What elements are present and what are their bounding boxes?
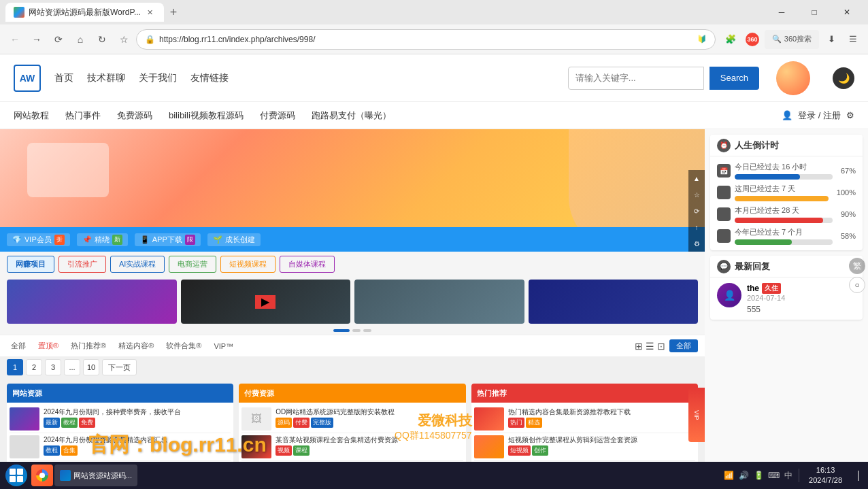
show-desktop-btn[interactable]: | bbox=[852, 465, 865, 486]
float-btn-1[interactable]: ▲ bbox=[688, 170, 705, 186]
cat-yinliu[interactable]: 引流推广 bbox=[59, 256, 106, 273]
filter-btn[interactable]: 全部 bbox=[669, 339, 698, 352]
address-bar[interactable]: 🔒 https://blog.rr11.cn/index.php/archive… bbox=[136, 29, 716, 50]
search-input[interactable] bbox=[568, 67, 704, 90]
float-btn-5[interactable]: ⚙ bbox=[688, 235, 705, 252]
minimize-button[interactable]: ─ bbox=[766, 3, 797, 22]
browser-toolbar: ← → ⟳ ⌂ ↻ ☆ 🔒 https://blog.rr11.cn/index… bbox=[0, 24, 868, 54]
tab-close-button[interactable]: ✕ bbox=[145, 7, 156, 18]
quick-app[interactable]: 📱 APP下载 限 bbox=[135, 233, 201, 246]
search-button[interactable]: Search bbox=[710, 67, 759, 90]
filter-all[interactable]: 全部 bbox=[7, 339, 30, 352]
post-item-3-2[interactable]: 短视频创作完整课程从剪辑到运营全套资源 短视频 创作 bbox=[474, 433, 695, 461]
dot-1[interactable] bbox=[333, 329, 350, 332]
taskbar-chrome-icon[interactable] bbox=[31, 465, 53, 486]
post-tags-3-1: 热门 精选 bbox=[508, 418, 631, 428]
thumb-4[interactable] bbox=[529, 280, 699, 324]
ime-icon[interactable]: 中 bbox=[782, 469, 795, 482]
traditional-char-btn[interactable]: 繁 bbox=[849, 258, 865, 274]
dark-mode-toggle[interactable]: 🌙 bbox=[833, 67, 854, 89]
network-icon[interactable]: 📶 bbox=[722, 469, 735, 482]
back-button[interactable]: ← bbox=[5, 30, 24, 49]
float-btn-2[interactable]: ☆ bbox=[688, 186, 705, 203]
page-10[interactable]: 10 bbox=[83, 359, 99, 375]
360-search-icon[interactable]: 360 bbox=[743, 30, 762, 49]
cat-dianshang[interactable]: 电商运营 bbox=[169, 256, 216, 273]
dot-3[interactable] bbox=[363, 329, 371, 332]
post-item-2-1[interactable]: 🖼 OD网站精选系统源码完整版附安装教程 源码 付费 完整版 bbox=[241, 405, 463, 433]
active-tab[interactable]: 网站资源站源码最新版WordP... ✕ bbox=[5, 3, 164, 22]
settings-icon[interactable]: ⚙ bbox=[846, 110, 854, 120]
download-icon[interactable]: ⬇ bbox=[822, 30, 841, 49]
list-icon[interactable]: ☰ bbox=[646, 341, 654, 352]
nav-tech[interactable]: 技术群聊 bbox=[87, 72, 125, 84]
float-btn-4[interactable]: ↑ bbox=[688, 219, 705, 235]
start-button-area bbox=[3, 463, 30, 488]
subnav-bilibili[interactable]: bilibili视频教程源码 bbox=[169, 109, 244, 122]
filter-vip[interactable]: VIP™ bbox=[210, 341, 237, 352]
nav-links[interactable]: 友情链接 bbox=[190, 72, 229, 84]
post-item-3-1[interactable]: 热门精选内容合集最新资源推荐教程下载 热门 精选 bbox=[474, 405, 695, 433]
battery-icon[interactable]: 🔋 bbox=[752, 469, 765, 482]
cat-zimeiti[interactable]: 自媒体课程 bbox=[280, 256, 335, 273]
filter-icon[interactable]: ⊡ bbox=[657, 341, 665, 352]
nav-home[interactable]: 首页 bbox=[54, 72, 73, 84]
thumb-2[interactable]: ▶ bbox=[181, 280, 351, 324]
subnav-hot[interactable]: 热门事件 bbox=[65, 109, 101, 122]
new-tab-button[interactable]: + bbox=[164, 3, 183, 22]
subnav-free[interactable]: 免费源码 bbox=[117, 109, 152, 122]
page-dots[interactable]: ... bbox=[64, 359, 80, 375]
tag-11: 视频 bbox=[276, 445, 292, 456]
scroll-up-btn[interactable]: ○ bbox=[849, 277, 865, 293]
start-button[interactable] bbox=[5, 465, 27, 486]
menu-icon[interactable]: ☰ bbox=[844, 30, 863, 49]
countdown-detail-1: 今日已经过去 16 小时 bbox=[735, 162, 833, 180]
thumb-1[interactable] bbox=[7, 280, 177, 324]
page-2[interactable]: 2 bbox=[26, 359, 42, 375]
login-link[interactable]: 登录 / 注册 bbox=[798, 109, 841, 122]
subnav-tutorials[interactable]: 网站教程 bbox=[14, 109, 49, 122]
bookmark-button[interactable]: ☆ bbox=[114, 30, 133, 49]
extensions-icon[interactable]: 🧩 bbox=[721, 30, 740, 49]
keyboard-icon[interactable]: ⌨ bbox=[767, 469, 780, 482]
page-next[interactable]: 下一页 bbox=[102, 359, 137, 375]
filter-software[interactable]: 软件合集® bbox=[162, 339, 205, 352]
thumb-3[interactable] bbox=[354, 280, 524, 324]
cat-video[interactable]: 短视频课程 bbox=[220, 256, 276, 273]
cat-wangzhuan[interactable]: 网赚项目 bbox=[7, 256, 54, 273]
float-btn-3[interactable]: ⟳ bbox=[688, 203, 705, 219]
prev-page-button[interactable]: ↻ bbox=[93, 30, 112, 49]
grid-icon[interactable]: ⊞ bbox=[635, 341, 643, 352]
volume-icon[interactable]: 🔊 bbox=[737, 469, 750, 482]
quick-vip[interactable]: 💎 VIP会员 折 bbox=[7, 233, 70, 246]
countdown-item-3: 本月已经过去 28 天 90% bbox=[717, 205, 856, 223]
quick-jing[interactable]: 📌 精绕 新 bbox=[77, 233, 128, 246]
week-icon bbox=[717, 186, 731, 199]
post-item-2-2[interactable]: 某音某站视频课程全套合集精选付费资源 视频 课程 bbox=[241, 433, 463, 461]
forward-button[interactable]: → bbox=[27, 30, 46, 49]
dot-2[interactable] bbox=[352, 329, 361, 332]
cat-ai[interactable]: AI实战课程 bbox=[110, 256, 165, 273]
refresh-button[interactable]: ⟳ bbox=[49, 30, 68, 49]
tab-title: 网站资源站源码最新版WordP... bbox=[29, 7, 141, 18]
home-button[interactable]: ⌂ bbox=[71, 30, 90, 49]
systray: 📶 🔊 🔋 ⌨ 中 bbox=[722, 469, 795, 482]
taskbar-active-app[interactable]: 网站资源站源码... bbox=[54, 465, 137, 486]
maximize-button[interactable]: □ bbox=[799, 3, 830, 22]
post-item-1-1[interactable]: 2024年九月份期间，接种费率费奔，接收平台 最新 教程 免费 bbox=[10, 405, 231, 433]
page-3[interactable]: 3 bbox=[45, 359, 61, 375]
subnav-paid[interactable]: 付费源码 bbox=[260, 109, 295, 122]
filter-select[interactable]: 精选内容® bbox=[114, 339, 158, 352]
post-item-1-2[interactable]: 2024年九月份教程资源合集精选内容汇总 教程 合集 bbox=[10, 433, 231, 461]
vip-btn[interactable]: VIP bbox=[688, 388, 705, 442]
taskbar-clock[interactable]: 16:13 2024/7/28 bbox=[803, 465, 848, 486]
taskbar-divider bbox=[799, 469, 799, 482]
filter-sticky[interactable]: 置顶® bbox=[34, 339, 63, 352]
subnav-payment[interactable]: 跑路易支付（曝光） bbox=[312, 109, 391, 122]
close-button[interactable]: ✕ bbox=[831, 3, 863, 22]
quick-grow[interactable]: 🌱 成长创建 bbox=[207, 233, 261, 246]
nav-about[interactable]: 关于我们 bbox=[139, 72, 177, 84]
search-box[interactable]: 🔍 360搜索 bbox=[765, 30, 819, 49]
filter-hot[interactable]: 热门推荐® bbox=[67, 339, 110, 352]
page-1[interactable]: 1 bbox=[7, 359, 23, 375]
